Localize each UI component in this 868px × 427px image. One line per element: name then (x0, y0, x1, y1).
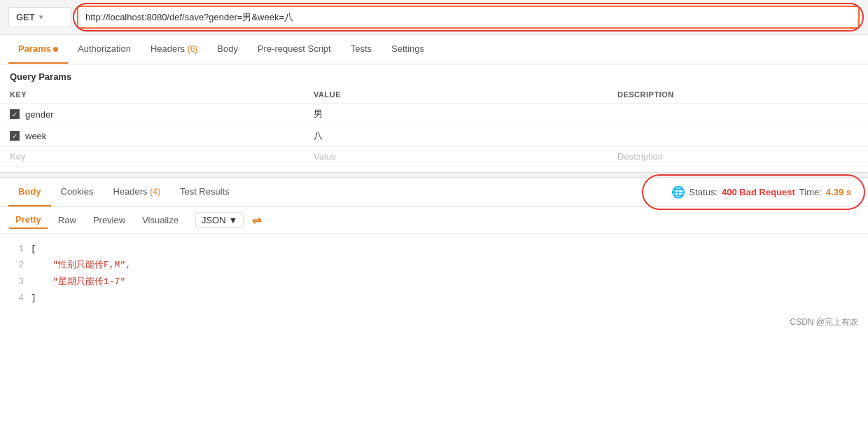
key-cell-gender: ✓ gender (0, 104, 304, 125)
response-status: 🌐 Status: 400 Bad Request Time: 4.39 s (663, 180, 860, 204)
desc-cell-week (608, 125, 868, 147)
status-value: 400 Bad Request (722, 187, 795, 197)
checkbox-week[interactable]: ✓ (10, 131, 20, 141)
format-select[interactable]: JSON ▼ (195, 212, 244, 228)
format-select-value: JSON (202, 215, 226, 225)
json-line-3: 3 "星期只能传1-7" (10, 274, 858, 290)
method-chevron: ▼ (38, 13, 45, 21)
params-dot (53, 47, 58, 52)
val-text-gender: 男 (314, 108, 323, 119)
json-open-bracket: [ (31, 241, 36, 257)
table-row: ✓ gender 男 (0, 104, 868, 125)
format-tabs-bar: Pretty Raw Preview Visualize JSON ▼ ⇌ (0, 207, 868, 234)
tab-authorization[interactable]: Authorization (68, 35, 141, 64)
col-key: KEY (0, 86, 304, 104)
json-content: 1 [ 2 "性别只能传F,M", 3 "星期只能传1-7" 4 ] (0, 234, 868, 314)
json-string-2: "星期只能传1-7" (31, 274, 125, 290)
response-tab-body[interactable]: Body (8, 178, 51, 206)
json-line-2: 2 "性别只能传F,M", (10, 257, 858, 273)
col-value: VALUE (304, 86, 608, 104)
line-num-4: 4 (10, 290, 24, 306)
line-num-2: 2 (10, 257, 24, 273)
request-tabs-bar: Params Authorization Headers (6) Body Pr… (0, 35, 868, 64)
status-label: Status: (690, 187, 718, 197)
response-tab-testresults[interactable]: Test Results (170, 178, 239, 206)
format-tab-raw[interactable]: Raw (51, 212, 83, 228)
json-close-bracket: ] (31, 290, 36, 306)
params-table: KEY VALUE DESCRIPTION ✓ gender 男 (0, 86, 868, 167)
response-tab-cookies[interactable]: Cookies (51, 178, 104, 206)
value-cell-week: 八 (304, 125, 608, 147)
tab-body[interactable]: Body (207, 35, 248, 64)
desc-cell-empty: Description (608, 147, 868, 167)
tab-prerequest[interactable]: Pre-request Script (248, 35, 341, 64)
key-placeholder: Key (10, 151, 25, 162)
value-cell-gender: 男 (304, 104, 608, 125)
key-text-week: week (25, 131, 46, 141)
url-bar: GET ▼ (0, 0, 868, 35)
response-tabs-bar: Body Cookies Headers (4) Test Results 🌐 … (0, 178, 868, 207)
table-row: ✓ week 八 (0, 125, 868, 147)
key-cell-empty: Key (0, 147, 304, 167)
line-num-3: 3 (10, 274, 24, 290)
method-value: GET (16, 12, 35, 22)
value-placeholder: Value (314, 151, 336, 162)
value-cell-empty: Value (304, 147, 608, 167)
format-chevron-icon: ▼ (229, 215, 238, 225)
json-line-4: 4 ] (10, 290, 858, 306)
watermark: CSDN @完上有农 (0, 314, 868, 331)
key-text-gender: gender (25, 109, 53, 120)
tab-headers[interactable]: Headers (6) (141, 35, 207, 64)
method-select[interactable]: GET ▼ (8, 7, 71, 27)
url-input-wrapper (77, 6, 860, 29)
table-row-empty: Key Value Description (0, 147, 868, 167)
desc-placeholder: Description (617, 151, 663, 162)
key-cell-week: ✓ week (0, 125, 304, 147)
json-line-1: 1 [ (10, 241, 858, 257)
col-description: DESCRIPTION (608, 86, 868, 104)
desc-cell-gender (608, 104, 868, 125)
format-tab-pretty[interactable]: Pretty (8, 211, 48, 229)
tab-settings[interactable]: Settings (382, 35, 434, 64)
format-tab-visualize[interactable]: Visualize (135, 212, 186, 228)
line-num-1: 1 (10, 241, 24, 257)
response-headers-badge: (4) (150, 187, 160, 197)
time-value: 4.39 s (826, 187, 851, 197)
time-label: Time: (799, 187, 822, 197)
wrap-icon[interactable]: ⇌ (252, 214, 261, 227)
url-input[interactable] (77, 6, 860, 29)
response-tabs-left: Body Cookies Headers (4) Test Results (8, 178, 239, 206)
response-tab-headers[interactable]: Headers (4) (103, 178, 169, 206)
json-string-1: "性别只能传F,M", (31, 257, 131, 273)
val-text-week: 八 (314, 130, 323, 141)
query-params-title: Query Params (0, 64, 868, 86)
format-tab-preview[interactable]: Preview (86, 212, 132, 228)
globe-icon: 🌐 (671, 186, 685, 199)
tab-params[interactable]: Params (8, 35, 68, 64)
headers-badge: (6) (188, 44, 198, 54)
section-divider (0, 172, 868, 178)
tab-tests[interactable]: Tests (341, 35, 382, 64)
checkbox-gender[interactable]: ✓ (10, 109, 20, 119)
